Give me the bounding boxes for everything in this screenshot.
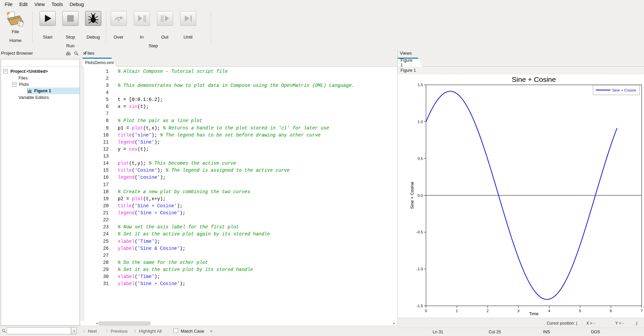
step-over-icon xyxy=(113,13,124,24)
tree-item-content[interactable]: Plots xyxy=(19,81,79,88)
code-line[interactable]: 29% Set it as the active plot by its sto… xyxy=(80,266,397,273)
scrollbar-thumb[interactable] xyxy=(99,322,150,325)
menu-file[interactable]: File xyxy=(1,1,16,8)
step-out-button[interactable]: Out xyxy=(157,11,173,40)
code-line[interactable]: 25xlabel('Time'); xyxy=(80,238,397,245)
tab-plotsdemo[interactable]: PlotsDemo.oml ✕ xyxy=(83,58,116,67)
tab-figure1[interactable]: Figure 1 xyxy=(398,58,423,67)
code-area[interactable]: 1% Altair Compose - Tutorial script file… xyxy=(80,67,397,321)
figure-subtab[interactable]: Figure 1 xyxy=(398,67,644,74)
code-line[interactable]: 31ylabel('Sine + Cosine'); xyxy=(80,280,397,287)
code-line[interactable]: 18% Create a new plot by combining the t… xyxy=(80,188,397,195)
find-input[interactable] xyxy=(7,327,71,334)
code-editor[interactable]: 1% Altair Compose - Tutorial script file… xyxy=(80,67,397,321)
code-line[interactable]: 8% Plot the pair as a line plot xyxy=(80,117,397,124)
code-line[interactable]: 27 xyxy=(80,252,397,259)
menu-edit[interactable]: Edit xyxy=(16,1,31,8)
start-button[interactable]: Start xyxy=(39,11,56,40)
tab-close-icon[interactable]: ✕ xyxy=(108,61,111,65)
menu-view[interactable]: View xyxy=(31,1,48,8)
tree-item-content[interactable]: Figure 1 xyxy=(27,88,79,94)
tree-item-content[interactable]: Files xyxy=(18,74,79,81)
code-line[interactable]: 6x = sin(t); xyxy=(80,103,397,110)
figure-window: 012345671.51.00.50.0-0.5-1.0-1.5Sine + C… xyxy=(398,74,644,318)
tree-item[interactable]: Variable Editors xyxy=(1,94,79,101)
line-number: 14 xyxy=(80,161,109,166)
tree-item-content[interactable]: Project:<Untitled> xyxy=(10,68,79,74)
code-line[interactable]: 19p2 = plot(t,x+y); xyxy=(80,195,397,202)
tree-item[interactable]: Plots xyxy=(1,81,79,88)
line-number: 24 xyxy=(80,231,109,237)
status-line: Ln 31 xyxy=(433,330,443,334)
code-text: legend('Sine + Cosine'); xyxy=(118,210,185,216)
highlight-all-button[interactable]: Highlight All xyxy=(139,329,162,334)
code-line[interactable]: 7 xyxy=(80,110,397,117)
code-line[interactable]: 3% This demonstrates how to plot data in… xyxy=(80,82,397,89)
code-line[interactable]: 26ylabel('Sine & Cosine'); xyxy=(80,245,397,252)
step-over-button[interactable]: Over xyxy=(110,11,127,40)
files-panel-title: Files xyxy=(85,51,95,56)
code-text: ylabel('Sine + Cosine'); xyxy=(118,281,185,286)
file-button[interactable]: File xyxy=(7,11,24,34)
find-next-button[interactable]: Next xyxy=(88,329,97,334)
step-in-button[interactable]: In xyxy=(133,11,150,40)
code-line[interactable]: 1% Altair Compose - Tutorial script file xyxy=(80,68,397,75)
code-line[interactable]: 20title('Sine + Cosine'); xyxy=(80,202,397,209)
code-line[interactable]: 17 xyxy=(80,181,397,188)
menu-debug[interactable]: Debug xyxy=(66,1,87,8)
collapse-icon[interactable] xyxy=(3,69,8,73)
line-number: 20 xyxy=(80,203,109,209)
menu-tools[interactable]: Tools xyxy=(48,1,66,8)
find-previous-button[interactable]: Previous xyxy=(111,329,128,334)
toolbar-group-run-label: Run xyxy=(66,43,75,48)
code-line[interactable]: 28% Do the same for the other plot xyxy=(80,259,397,266)
tree-item[interactable]: Figure 1 xyxy=(1,88,79,94)
plot-canvas[interactable]: 012345671.51.00.50.0-0.5-1.0-1.5Sine + C… xyxy=(398,74,644,318)
code-line[interactable]: 14plot(t,y); % This becomes the active c… xyxy=(80,160,397,167)
code-line[interactable]: 9p1 = plot(t,x); % Returns a handle to t… xyxy=(80,124,397,131)
line-number: 4 xyxy=(80,90,109,95)
tree-item-content[interactable]: Variable Editors xyxy=(18,94,79,101)
code-line[interactable]: 11legend('Sine'); xyxy=(80,138,397,146)
tree-item[interactable]: Files xyxy=(1,74,79,81)
code-line[interactable]: 10title('sine'); % The legend has to be … xyxy=(80,131,397,138)
status-line-endings: DOS xyxy=(591,330,600,334)
scroll-right-icon[interactable]: ▸ xyxy=(393,321,395,325)
line-number: 7 xyxy=(80,111,109,116)
code-line[interactable]: 13 xyxy=(80,153,397,160)
code-text: % Now set the axis label for the first p… xyxy=(118,224,239,230)
code-line[interactable]: 2 xyxy=(80,75,397,82)
match-case-checkbox[interactable] xyxy=(173,328,178,333)
code-line[interactable]: 24% Set it as the active plot again by i… xyxy=(80,231,397,238)
scroll-left-icon[interactable]: ◂ xyxy=(96,321,98,325)
code-line[interactable]: 12y = cos(t); xyxy=(80,146,397,153)
code-line[interactable]: 23% Now set the axis label for the first… xyxy=(80,224,397,231)
tree-item-label: Plots xyxy=(19,82,29,87)
search-icon[interactable] xyxy=(74,51,79,56)
toolbar-separator xyxy=(211,11,211,42)
binoculars-icon[interactable] xyxy=(66,51,71,56)
x-tick-label: 2 xyxy=(487,309,489,313)
more-options-icon[interactable]: » xyxy=(209,330,214,332)
code-line[interactable]: 15title('Cosine'); % The legend is assig… xyxy=(80,167,397,174)
code-text: ylabel('Sine & Cosine'); xyxy=(118,246,185,251)
editor-horizontal-scrollbar[interactable]: ◂ ▸ xyxy=(80,321,397,326)
find-history-dropdown[interactable]: ▼ xyxy=(71,327,77,334)
code-line[interactable]: 21legend('Sine + Cosine'); xyxy=(80,210,397,217)
code-line[interactable]: 22 xyxy=(80,217,397,224)
code-line[interactable]: 16legend('cosine'); xyxy=(80,174,397,181)
step-out-icon xyxy=(159,13,171,24)
code-line[interactable]: 5t = [0:0.1:6.2]; xyxy=(80,96,397,103)
code-text: title('sine'); % The legend has to be se… xyxy=(118,132,321,138)
code-line[interactable]: 4 xyxy=(80,89,397,96)
debug-button[interactable]: Debug xyxy=(85,11,102,40)
bug-icon xyxy=(88,13,99,24)
code-text: % Altair Compose - Tutorial script file xyxy=(118,69,228,74)
stop-button[interactable]: Stop xyxy=(62,11,79,40)
tree-item[interactable]: Project:<Untitled> xyxy=(1,68,79,74)
y-tick-label: 0.5 xyxy=(418,157,423,161)
collapse-icon[interactable] xyxy=(12,82,16,87)
step-until-button[interactable]: Until xyxy=(180,11,197,40)
code-line[interactable]: 30xlabel('Time'); xyxy=(80,273,397,280)
tree-item-label: Files xyxy=(18,75,28,80)
